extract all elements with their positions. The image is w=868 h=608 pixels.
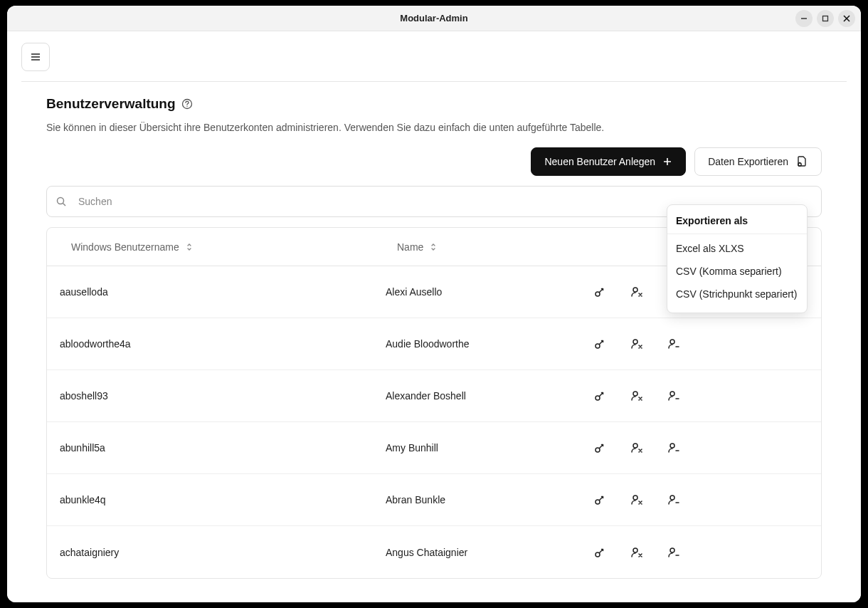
page-title: Benutzerverwaltung [46, 96, 176, 112]
action-row: Neuen Benutzer Anlegen Daten Exportieren [46, 147, 822, 176]
svg-point-28 [670, 444, 674, 448]
user-minus-icon[interactable] [667, 546, 680, 559]
search-icon [55, 196, 67, 207]
topbar [7, 31, 861, 81]
cell-username: aboshell93 [60, 390, 386, 402]
window-controls [795, 10, 855, 27]
close-icon [842, 14, 851, 23]
export-option[interactable]: Excel als XLXS [667, 237, 807, 260]
svg-point-24 [670, 392, 674, 396]
cell-username: aauselloda [60, 286, 386, 298]
row-actions [593, 493, 821, 506]
svg-point-35 [633, 548, 637, 552]
dropdown-separator [667, 234, 807, 234]
svg-point-12 [58, 198, 64, 204]
page-body: Benutzerverwaltung Sie können in dieser … [7, 82, 861, 579]
export-dropdown: Exportieren als Excel als XLXSCSV (Komma… [667, 204, 808, 313]
user-remove-icon[interactable] [630, 285, 643, 298]
titlebar: Modular-Admin [7, 6, 861, 31]
svg-line-13 [63, 204, 66, 206]
row-actions [593, 337, 821, 350]
export-file-icon [795, 155, 808, 168]
svg-rect-1 [823, 16, 828, 21]
table-row: aboshell93Alexander Boshell [47, 370, 821, 422]
maximize-button[interactable] [817, 10, 834, 27]
svg-point-23 [633, 392, 637, 396]
user-remove-icon[interactable] [630, 493, 643, 506]
app-window: Modular-Admin [7, 6, 861, 602]
export-button-label: Daten Exportieren [708, 156, 788, 167]
export-button[interactable]: Daten Exportieren [694, 147, 822, 176]
cell-username: abunkle4q [60, 494, 386, 505]
table-row: achataignieryAngus Chataignier [47, 526, 821, 578]
user-remove-icon[interactable] [630, 546, 643, 559]
svg-point-31 [633, 496, 637, 500]
key-icon[interactable] [593, 285, 606, 298]
cell-name: Alexi Ausello [386, 286, 593, 298]
cell-username: abloodworthe4a [60, 338, 386, 350]
user-remove-icon[interactable] [630, 441, 643, 454]
table-row: abloodworthe4aAudie Bloodworthe [47, 318, 821, 370]
column-header-name[interactable]: Name [397, 241, 608, 253]
row-actions [593, 389, 821, 402]
menu-toggle-button[interactable] [21, 43, 50, 71]
window-title: Modular-Admin [400, 13, 467, 23]
export-option[interactable]: CSV (Komma separiert) [667, 260, 807, 283]
user-minus-icon[interactable] [667, 337, 680, 350]
user-remove-icon[interactable] [630, 389, 643, 402]
sort-icon [429, 242, 439, 252]
row-actions [593, 441, 821, 454]
row-actions [593, 546, 821, 559]
user-minus-icon[interactable] [667, 389, 680, 402]
cell-name: Abran Bunkle [386, 494, 593, 505]
user-minus-icon[interactable] [667, 441, 680, 454]
export-option[interactable]: CSV (Strichpunkt separiert) [667, 283, 807, 305]
column-header-username[interactable]: Windows Benutzername [71, 241, 397, 253]
hamburger-icon [30, 51, 41, 63]
cell-name: Audie Bloodworthe [386, 338, 593, 350]
table-row: abunkle4qAbran Bunkle [47, 474, 821, 526]
column-header-username-label: Windows Benutzername [71, 241, 179, 253]
new-user-button-label: Neuen Benutzer Anlegen [544, 156, 655, 167]
close-button[interactable] [838, 10, 855, 27]
key-icon[interactable] [593, 337, 606, 350]
page-header: Benutzerverwaltung [46, 96, 822, 112]
help-icon[interactable] [181, 98, 193, 110]
cell-name: Alexander Boshell [386, 390, 593, 402]
svg-point-27 [633, 444, 637, 448]
svg-point-32 [670, 496, 674, 500]
svg-point-36 [670, 548, 674, 552]
cell-username: abunhill5a [60, 442, 386, 454]
table-row: abunhill5aAmy Bunhill [47, 422, 821, 474]
maximize-icon [821, 14, 830, 23]
export-dropdown-header: Exportieren als [667, 212, 807, 232]
svg-point-15 [633, 288, 637, 292]
minimize-icon [800, 14, 808, 23]
svg-point-19 [633, 340, 637, 344]
new-user-button[interactable]: Neuen Benutzer Anlegen [531, 147, 686, 176]
svg-point-8 [186, 106, 187, 107]
svg-point-20 [670, 340, 674, 344]
cell-name: Angus Chataignier [386, 547, 593, 558]
key-icon[interactable] [593, 389, 606, 402]
user-minus-icon[interactable] [667, 493, 680, 506]
sort-icon [185, 242, 195, 252]
key-icon[interactable] [593, 441, 606, 454]
page-subtitle: Sie können in dieser Übersicht ihre Benu… [46, 122, 822, 133]
cell-username: achataigniery [60, 547, 386, 558]
plus-icon [662, 157, 672, 167]
minimize-button[interactable] [795, 10, 813, 27]
cell-name: Amy Bunhill [386, 442, 593, 454]
content-area: Benutzerverwaltung Sie können in dieser … [7, 31, 861, 602]
key-icon[interactable] [593, 546, 606, 559]
column-header-name-label: Name [397, 241, 423, 253]
key-icon[interactable] [593, 493, 606, 506]
export-dropdown-items: Excel als XLXSCSV (Komma separiert)CSV (… [667, 237, 807, 305]
user-remove-icon[interactable] [630, 337, 643, 350]
